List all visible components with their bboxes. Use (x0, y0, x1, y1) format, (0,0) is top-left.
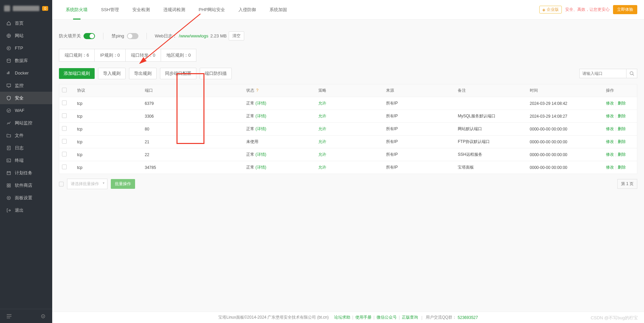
sidebar-item-ftp[interactable]: FTP (0, 42, 52, 54)
clear-log-button[interactable]: 清空 (229, 31, 244, 40)
sidebar-item-shield[interactable]: 安全 (0, 92, 52, 104)
sub-tab-0[interactable]: 端口规则：6 (59, 49, 95, 61)
sidebar-item-label: 首页 (15, 20, 24, 26)
status-detail-link[interactable]: (详情) (256, 165, 266, 170)
cta-button[interactable]: 立即体验 (613, 5, 637, 14)
cell-time: 2024-03-29 14:08:42 (527, 97, 603, 110)
tab-1[interactable]: SSH管理 (94, 0, 126, 20)
sub-tab-2[interactable]: 端口转发：0 (126, 49, 161, 61)
edit-link[interactable]: 修改 (606, 126, 614, 131)
notification-badge[interactable]: 0 (42, 6, 48, 11)
pager[interactable]: 第 1 页 (617, 179, 637, 189)
footer-link[interactable]: 正版查询 (402, 315, 418, 320)
footer-link[interactable]: 使用手册 (355, 315, 372, 320)
status-detail-link[interactable]: (详情) (256, 152, 266, 157)
ping-switch[interactable] (127, 33, 138, 39)
diamond-icon: ◈ (542, 7, 545, 12)
search-input[interactable] (579, 69, 626, 78)
search-button[interactable] (626, 69, 637, 78)
cell-time: 2024-03-29 14:08:27 (527, 110, 603, 123)
sidebar-item-home[interactable]: 首页 (0, 17, 52, 29)
tab-4[interactable]: PHP网站安全 (192, 0, 232, 20)
batch-button[interactable]: 批量操作 (111, 179, 135, 189)
divider (147, 33, 147, 39)
port-scan-button[interactable]: 端口防扫描 (200, 68, 232, 79)
sidebar-item-waf[interactable]: WAF (0, 104, 52, 117)
row-checkbox[interactable] (62, 100, 67, 105)
edit-link[interactable]: 修改 (606, 139, 614, 144)
svg-rect-13 (7, 186, 8, 187)
sidebar-item-globe[interactable]: 网站 (0, 29, 52, 42)
sidebar-item-sitemon[interactable]: 网站监控 (0, 117, 52, 129)
sub-tab-3[interactable]: 地区规则：0 (161, 49, 196, 61)
sidebar-item-label: 计划任务 (15, 170, 32, 176)
help-icon[interactable]: ? (256, 88, 259, 93)
sub-tab-count: 6 (87, 53, 89, 58)
sidebar-item-folder[interactable]: 文件 (0, 129, 52, 142)
row-checkbox[interactable] (62, 152, 67, 156)
row-checkbox[interactable] (62, 139, 67, 144)
sync-port-button[interactable]: 同步端口配置 (160, 68, 196, 79)
collapse-icon[interactable] (6, 314, 12, 319)
svg-rect-5 (8, 71, 9, 72)
cell-port: 34785 (142, 161, 244, 174)
sidebar-item-database[interactable]: 数据库 (0, 54, 52, 67)
row-checkbox[interactable] (62, 113, 67, 118)
export-rule-button[interactable]: 导出规则 (129, 68, 157, 79)
delete-link[interactable]: 删除 (618, 126, 626, 131)
firewall-switch[interactable] (84, 33, 95, 39)
store-icon (6, 183, 11, 188)
sidebar-item-monitor[interactable]: 监控 (0, 79, 52, 92)
qq-link[interactable]: 523693527 (458, 315, 478, 320)
edit-link[interactable]: 修改 (606, 165, 614, 170)
edit-link[interactable]: 修改 (606, 152, 614, 157)
tab-3[interactable]: 违规词检测 (157, 0, 192, 20)
sub-tab-count: 0 (188, 53, 191, 58)
sidebar-item-task[interactable]: 计划任务 (0, 167, 52, 179)
status-detail-link[interactable]: (详情) (256, 101, 266, 106)
select-all-checkbox[interactable] (62, 88, 67, 92)
edit-link[interactable]: 修改 (606, 101, 614, 106)
sidebar-item-label: 监控 (15, 83, 24, 89)
delete-link[interactable]: 删除 (618, 165, 626, 170)
sidebar-item-exit[interactable]: 退出 (0, 204, 52, 216)
tab-0[interactable]: 系统防火墙 (59, 0, 94, 20)
tab-2[interactable]: 安全检测 (126, 0, 157, 20)
col-remark-header: 备注 (455, 84, 527, 97)
sidebar-item-docker[interactable]: Docker (0, 67, 52, 79)
cell-policy: 允许 (318, 165, 326, 170)
batch-select[interactable]: 请选择批量操作 (67, 179, 107, 189)
sub-tab-label: 端口转发： (131, 53, 153, 58)
sub-tab-1[interactable]: IP规则：0 (95, 49, 126, 61)
select-all-bottom-checkbox[interactable] (59, 182, 64, 186)
sidebar-item-store[interactable]: 软件商店 (0, 179, 52, 192)
cell-time: 0000-00-00 00:00:00 (527, 161, 603, 174)
tab-5[interactable]: 入侵防御 (232, 0, 263, 20)
weblog-path-link[interactable]: /www/wwwlogs (179, 33, 208, 38)
sidebar-item-terminal[interactable]: 终端 (0, 154, 52, 167)
import-rule-button[interactable]: 导入规则 (98, 68, 126, 79)
status-detail-link[interactable]: (详情) (256, 114, 266, 118)
table-row: tcp80正常 (详情)允许所有IP网站默认端口0000-00-00 00:00… (59, 123, 637, 136)
tab-6[interactable]: 系统加固 (263, 0, 294, 20)
settings-icon[interactable] (40, 314, 46, 319)
svg-rect-14 (9, 186, 10, 187)
cell-proto: tcp (74, 136, 142, 148)
status-detail-link[interactable]: (详情) (256, 126, 266, 131)
sidebar-item-log[interactable]: 日志 (0, 142, 52, 154)
footer-link[interactable]: 论坛求助 (334, 315, 350, 320)
sidebar-item-settings[interactable]: 面板设置 (0, 192, 52, 204)
footer-link[interactable]: 微信公众号 (377, 315, 397, 320)
edit-link[interactable]: 修改 (606, 114, 614, 118)
delete-link[interactable]: 删除 (618, 101, 626, 106)
add-port-rule-button[interactable]: 添加端口规则 (59, 68, 95, 79)
cell-policy: 允许 (318, 152, 326, 157)
row-checkbox[interactable] (62, 126, 67, 131)
cell-proto: tcp (74, 161, 142, 174)
delete-link[interactable]: 删除 (618, 152, 626, 157)
row-checkbox[interactable] (62, 165, 67, 169)
sidebar-item-label: WAF (15, 108, 24, 113)
svg-rect-11 (7, 184, 8, 185)
delete-link[interactable]: 删除 (618, 114, 626, 118)
delete-link[interactable]: 删除 (618, 139, 626, 144)
